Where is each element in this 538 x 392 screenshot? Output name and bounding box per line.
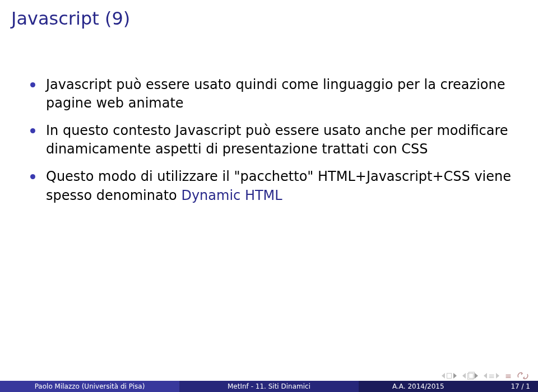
triangle-left-icon [462,373,466,379]
nav-slide-prev-next[interactable] [442,373,457,379]
triangle-right-icon [475,373,478,379]
nav-toolbar: ≡ ≡ [442,372,529,380]
slide-content: Javascript può essere usato quindi come … [30,76,516,214]
bullet-item: Questo modo di utilizzare il "pacchetto"… [30,167,516,204]
refresh-icon[interactable] [517,372,529,380]
bullet-text: Javascript può essere usato quindi come … [46,77,505,111]
menu-lines-icon[interactable]: ≡ [505,372,511,380]
document-stack-icon [467,373,473,379]
nav-section-prev-next[interactable] [462,373,478,379]
slide: Javascript (9) Javascript può essere usa… [0,0,538,392]
triangle-right-icon [453,373,457,379]
frame-icon [447,373,452,379]
triangle-left-icon [484,373,487,379]
lines-icon: ≡ [489,372,495,380]
footer-author: Paolo Milazzo (Università di Pisa) [0,381,179,392]
footer-year: A.A. 2014/2015 [392,382,444,390]
footer-page: 17 / 1 [511,382,530,390]
bullet-text-accent: Dynamic HTML [181,188,282,203]
bullet-item: Javascript può essere usato quindi come … [30,76,516,113]
slide-title: Javascript (9) [11,8,130,29]
triangle-left-icon [442,373,445,379]
nav-back-forward[interactable]: ≡ [484,372,500,380]
footer-right: A.A. 2014/2015 17 / 1 [359,381,538,392]
bullet-text: In questo contesto Javascript può essere… [46,123,508,157]
footer-title: MetInf - 11. Siti Dinamici [179,381,359,392]
bullet-item: In questo contesto Javascript può essere… [30,122,516,158]
triangle-right-icon [496,373,499,379]
footer: Paolo Milazzo (Università di Pisa) MetIn… [0,381,538,392]
